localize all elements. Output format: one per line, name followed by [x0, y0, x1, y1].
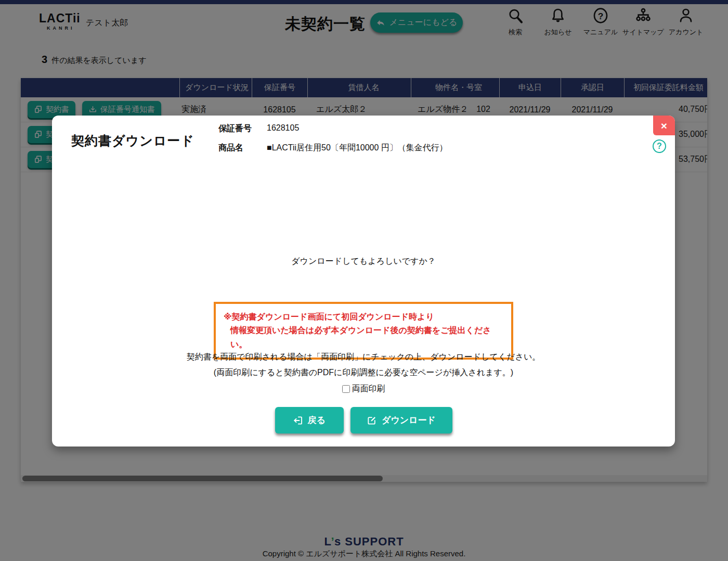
modal-download-label: ダウンロード [382, 414, 436, 426]
modal-fields: 保証番号 1628105 商品名 ■LACTii居住用50〔年間10000 円〕… [218, 123, 448, 162]
warning-line-2: 情報変更頂いた場合は必ず本ダウンロード後の契約書をご提出ください。 [224, 324, 504, 351]
duplex-print-row: 両面印刷 [52, 384, 675, 394]
print-note-2: (両面印刷にすると契約書のPDFに印刷調整に必要な空ページが挿入されます。) [52, 367, 675, 378]
help-icon[interactable]: ? [653, 139, 666, 153]
product-name-label: 商品名 [218, 143, 267, 154]
modal-back-label: 戻る [308, 414, 326, 426]
help-icon-glyph: ? [657, 142, 662, 151]
modal-buttons: 戻る ダウンロード [52, 407, 675, 434]
modal-download-button[interactable]: ダウンロード [350, 407, 452, 434]
product-name-value: ■LACTii居住用50〔年間10000 円〕（集金代行） [267, 143, 448, 154]
guarantee-no-field: 保証番号 1628105 [218, 123, 448, 134]
confirm-message: ダウンロードしてもよろしいですか？ [52, 256, 675, 267]
duplex-print-label: 両面印刷 [352, 384, 385, 394]
guarantee-no-value: 1628105 [267, 123, 299, 134]
guarantee-no-label: 保証番号 [218, 123, 267, 134]
close-icon: × [661, 120, 667, 131]
page: LACTii KANRI テスト太郎 未契約一覧 メニューにもどる 検索 お知ら… [0, 0, 728, 561]
duplex-print-checkbox[interactable] [342, 385, 350, 393]
edit-square-icon [367, 415, 377, 426]
warning-line-1: ※契約書ダウンロード画面にて初回ダウンロード時より [224, 310, 504, 324]
warning-box: ※契約書ダウンロード画面にて初回ダウンロード時より 情報変更頂いた場合は必ず本ダ… [214, 302, 513, 360]
modal-title: 契約書ダウンロード [71, 132, 194, 149]
modal-back-button[interactable]: 戻る [275, 407, 344, 434]
return-icon [293, 415, 303, 426]
product-name-field: 商品名 ■LACTii居住用50〔年間10000 円〕（集金代行） [218, 143, 448, 154]
contract-download-modal: 契約書ダウンロード 保証番号 1628105 商品名 ■LACTii居住用50〔… [52, 116, 675, 447]
close-button[interactable]: × [653, 116, 675, 135]
print-note-1: 契約書を両面で印刷される場合は「両面印刷」にチェックの上、ダウンロードしてくださ… [52, 352, 675, 363]
